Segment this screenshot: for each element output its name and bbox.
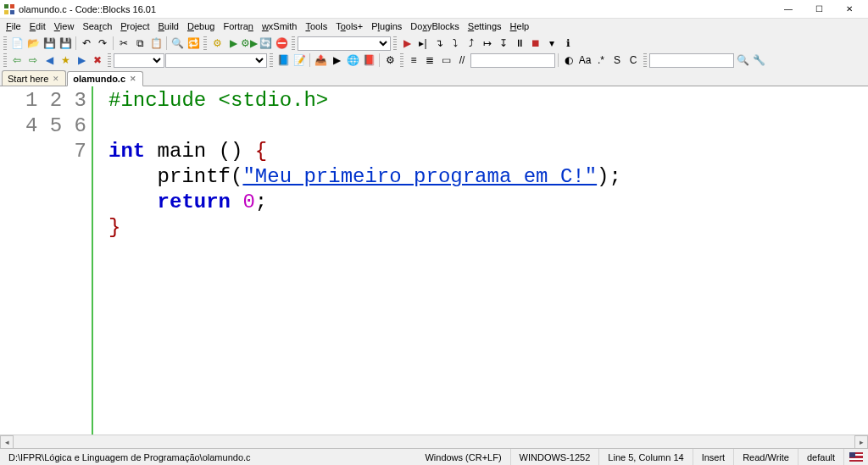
menu-view[interactable]: View [50,19,79,33]
doxy-html-icon[interactable]: 🌐 [345,53,360,68]
menu-tools[interactable]: Tools [301,19,331,33]
menu-debug[interactable]: Debug [183,19,219,33]
step-out-icon[interactable]: ⤴ [464,36,479,51]
build-icon[interactable]: ⚙ [209,36,225,51]
redo-icon[interactable]: ↷ [95,36,110,51]
toolbar-grip[interactable] [400,53,403,67]
scroll-left-icon[interactable]: ◂ [0,435,14,449]
bookmark-clear-icon[interactable]: ✖ [90,53,105,68]
bookmark-toggle-icon[interactable]: ★ [58,53,73,68]
undo-icon[interactable]: ↶ [79,36,94,51]
new-file-icon[interactable]: 📄 [9,36,25,51]
doxy-block-icon[interactable]: 📘 [275,53,291,68]
open-file-icon[interactable]: 📂 [25,36,41,51]
cut-icon[interactable]: ✂ [116,36,131,51]
search-go-icon[interactable]: 🔍 [735,53,750,68]
tab-olamundo[interactable]: olamundo.c ✕ [67,71,143,86]
doxy-chm-icon[interactable]: 📕 [361,53,376,68]
text-left-icon[interactable]: ≡ [406,53,421,68]
menubar: File Edit View Search Project Build Debu… [0,19,868,34]
menu-help[interactable]: Help [506,19,534,33]
menu-search[interactable]: Search [78,19,116,33]
back-icon[interactable]: ⇦ [9,53,25,68]
code-editor[interactable]: 1 2 3 4 5 6 7 #include <stdio.h> int mai… [0,86,868,435]
maximize-button[interactable]: ☐ [804,0,834,19]
debug-run-icon[interactable]: ▶ [399,36,415,51]
doxy-extract-icon[interactable]: 📤 [313,53,328,68]
run-icon[interactable]: ▶ [225,36,241,51]
symbol-combo[interactable] [165,53,267,68]
status-insert-mode: Insert [693,449,735,465]
toolbar-grip[interactable] [270,53,273,67]
save-icon[interactable]: 💾 [42,36,57,51]
info-icon[interactable]: ℹ [560,36,576,51]
bookmark-next-icon[interactable]: ▶ [74,53,89,68]
tab-close-icon[interactable]: ✕ [52,75,60,83]
incremental-search-input[interactable] [470,53,555,68]
menu-build[interactable]: Build [154,19,183,33]
match-case-icon[interactable]: Aa [577,53,593,68]
tab-start-here[interactable]: Start here ✕ [2,70,66,86]
toolbar-grip[interactable] [3,53,7,67]
horizontal-scrollbar[interactable]: ◂ ▸ [0,435,868,448]
menu-settings[interactable]: Settings [464,19,506,33]
scroll-track[interactable] [14,435,854,448]
search-input[interactable] [649,53,734,68]
run-to-cursor-icon[interactable]: ▸| [415,36,431,51]
build-target-combo[interactable] [298,36,391,51]
language-flag-icon[interactable] [849,452,863,462]
doxy-line-icon[interactable]: 📝 [292,53,307,68]
toolbar-grip[interactable] [108,53,111,67]
toolbar-grip[interactable] [393,36,397,50]
highlight-icon[interactable]: ◐ [561,53,576,68]
paste-icon[interactable]: 📋 [148,36,164,51]
menu-edit[interactable]: Edit [25,19,50,33]
text-right-icon[interactable]: ≣ [422,53,437,68]
step-into-instr-icon[interactable]: ↧ [496,36,511,51]
find-icon[interactable]: 🔍 [170,36,185,51]
toolbar-grip[interactable] [203,36,207,50]
menu-toolsplus[interactable]: Tools+ [331,19,367,33]
save-all-icon[interactable]: 💾 [58,36,73,51]
build-run-icon[interactable]: ⚙▶ [242,36,257,51]
toolbar-separator [113,36,114,50]
menu-fortran[interactable]: Fortran [219,19,257,33]
step-into-icon[interactable]: ⤵ [448,36,463,51]
next-instr-icon[interactable]: ↦ [480,36,495,51]
letter-s-icon[interactable]: S [609,53,625,68]
menu-project[interactable]: Project [116,19,153,33]
menu-doxyblocks[interactable]: DoxyBlocks [406,19,463,33]
status-position: Line 5, Column 14 [599,449,693,465]
menu-plugins[interactable]: Plugins [367,19,406,33]
tab-label: olamundo.c [73,74,125,84]
debug-windows-icon[interactable]: ▾ [544,36,559,51]
menu-wxsmith[interactable]: wxSmith [258,19,302,33]
toolbar-grip[interactable] [292,36,295,50]
toggle-comment-icon[interactable]: // [454,53,470,68]
close-button[interactable]: ✕ [834,0,865,19]
rebuild-icon[interactable]: 🔄 [258,36,273,51]
search-settings-icon[interactable]: 🔧 [751,53,766,68]
toolbar-grip[interactable] [643,53,647,67]
abort-icon[interactable]: ⛔ [274,36,289,51]
next-line-icon[interactable]: ↴ [431,36,447,51]
menu-file[interactable]: File [2,19,25,33]
tab-close-icon[interactable]: ✕ [129,75,137,83]
stop-debug-icon[interactable]: ⏹ [528,36,543,51]
minimize-button[interactable]: — [773,0,804,19]
status-encoding: WINDOWS-1252 [511,449,600,465]
copy-icon[interactable]: ⧉ [132,36,147,51]
scope-combo[interactable] [114,53,164,68]
code-content[interactable]: #include <stdio.h> int main () { printf(… [93,86,868,435]
letter-c-icon[interactable]: C [626,53,641,68]
toolbar-grip[interactable] [3,36,7,50]
regex-icon[interactable]: .* [593,53,609,68]
selection-only-icon[interactable]: ▭ [438,53,453,68]
forward-icon[interactable]: ⇨ [25,53,41,68]
doxy-run-icon[interactable]: ▶ [329,53,344,68]
bookmark-prev-icon[interactable]: ◀ [42,53,57,68]
doxy-config-icon[interactable]: ⚙ [382,53,398,68]
break-icon[interactable]: ⏸ [512,36,527,51]
scroll-right-icon[interactable]: ▸ [854,435,868,449]
replace-icon[interactable]: 🔁 [186,36,201,51]
